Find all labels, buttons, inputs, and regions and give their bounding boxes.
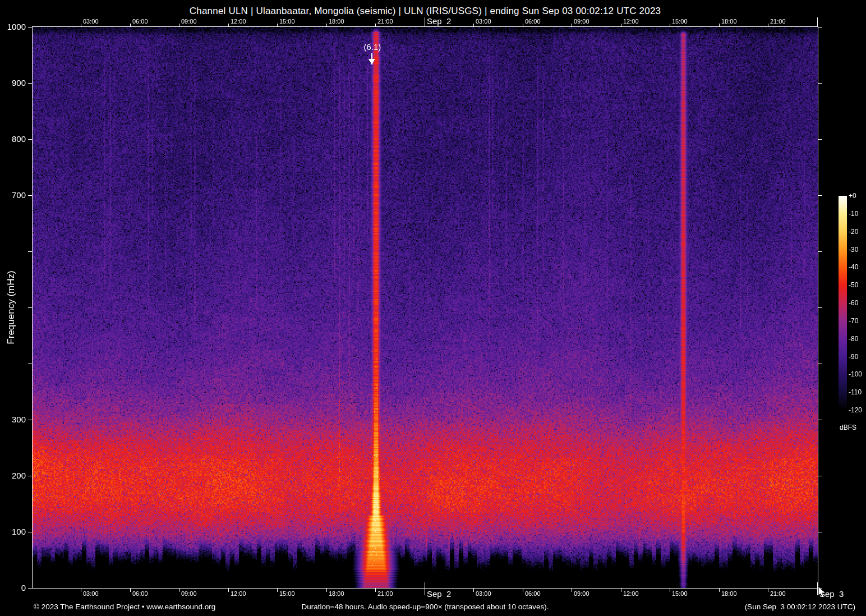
footer-copyright: © 2023 The Earthsound Project • www.eart… <box>34 603 215 611</box>
y-tick-label: 800 <box>0 134 26 144</box>
x-tick-label-top: 12:00 <box>231 18 246 25</box>
spectrogram-page: Channel ULN | Ulaanbaatar, Mongolia (sei… <box>0 0 866 616</box>
x-tick-label-top: 03:00 <box>83 18 99 25</box>
y-tick-label: 1000 <box>0 22 26 31</box>
colorbar-tick-label: -50 <box>849 281 858 289</box>
y-tick-label: 300 <box>0 415 26 424</box>
colorbar-tick-label: -100 <box>849 370 862 378</box>
x-tick-label-bottom: 06:00 <box>525 590 541 597</box>
colorbar-tick-label: -110 <box>849 388 862 396</box>
x-tick-label-bottom: 06:00 <box>132 590 148 597</box>
earthquake-magnitude-label: (6.1) <box>363 42 381 52</box>
colorbar-tick-label: -120 <box>849 406 862 414</box>
x-tick-label-bottom: 21:00 <box>377 590 393 597</box>
x-tick-label-top: 21:00 <box>770 18 786 25</box>
x-tick-label-top: 06:00 <box>132 18 148 25</box>
colorbar-tick-label: -60 <box>849 299 858 307</box>
x-tick-label-top: 15:00 <box>279 18 295 25</box>
x-tick-label-bottom: 12:00 <box>623 590 639 597</box>
x-tick-label-bottom: 03:00 <box>476 590 491 597</box>
colorbar <box>839 196 847 410</box>
axis-labels: 03:0003:0006:0006:0009:0009:0012:0012:00… <box>0 0 866 616</box>
x-tick-label-top: 12:00 <box>623 18 639 25</box>
y-tick-label: 0 <box>0 583 26 592</box>
colorbar-tick-label: -30 <box>849 246 858 254</box>
y-tick-label: 900 <box>0 78 26 88</box>
x-tick-label-bottom: 09:00 <box>181 590 197 597</box>
x-tick-label-top: 21:00 <box>377 18 393 25</box>
colorbar-unit-label: dBFS <box>840 424 856 431</box>
x-tick-label-top: 09:00 <box>574 18 589 25</box>
x-tick-label-top: 09:00 <box>181 18 197 25</box>
x-tick-label-bottom: 03:00 <box>83 590 99 597</box>
colorbar-tick-label: -70 <box>849 317 858 325</box>
x-tick-label-bottom: Sep 2 <box>427 589 451 599</box>
colorbar-tick-label: -20 <box>849 228 858 236</box>
x-tick-label-top: 18:00 <box>721 18 737 25</box>
x-tick-label-bottom: Sep 3 <box>819 589 844 599</box>
x-tick-label-bottom: 15:00 <box>279 590 295 597</box>
y-axis-title: Frequency (mHz) <box>6 270 17 344</box>
colorbar-tick-label: -10 <box>849 210 858 218</box>
x-tick-label-bottom: 18:00 <box>721 590 737 597</box>
x-tick-label-bottom: 09:00 <box>574 590 589 597</box>
y-tick-label: 700 <box>0 190 26 200</box>
colorbar-tick-label: -40 <box>849 263 858 271</box>
y-tick-label: 200 <box>0 471 26 480</box>
x-tick-label-top: Sep 2 <box>427 16 451 26</box>
footer-duration: Duration=48 hours. Audio speed-up=900× (… <box>302 603 549 611</box>
x-tick-label-top: 06:00 <box>525 18 541 25</box>
x-tick-label-top: 18:00 <box>329 18 344 25</box>
colorbar-tick-label: -80 <box>849 335 858 343</box>
colorbar-tick-label: -90 <box>849 353 858 361</box>
footer-end-time: (Sun Sep 3 00:02:12 2023 UTC) <box>745 603 855 611</box>
x-tick-label-bottom: 12:00 <box>231 590 246 597</box>
x-tick-label-bottom: 21:00 <box>770 590 786 597</box>
x-tick-label-bottom: 15:00 <box>672 590 688 597</box>
x-tick-label-top: 03:00 <box>476 18 491 25</box>
colorbar-tick-label: +0 <box>849 192 856 200</box>
x-tick-label-top: 15:00 <box>672 18 688 25</box>
x-tick-label-bottom: 18:00 <box>329 590 344 597</box>
y-tick-label: 100 <box>0 527 26 536</box>
